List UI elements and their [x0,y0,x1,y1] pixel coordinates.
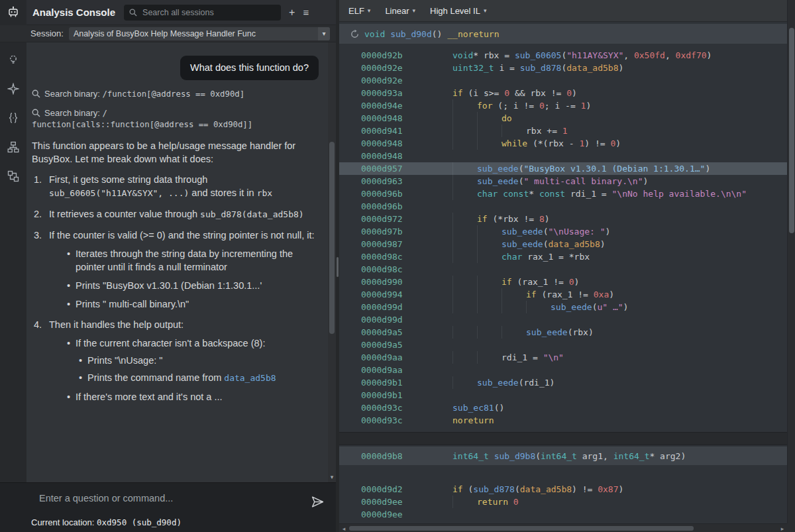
scroll-right-icon[interactable]: ▸ [778,524,787,532]
chat-area: What does this function do? Search binar… [26,42,336,482]
current-location: Current location: 0xd950 (sub_d90d) [31,517,182,527]
code-line[interactable]: 0000d97bsub_eede("\nUsage: ") [339,225,787,238]
bullet-item: •Prints " multi-call binary.\n" [66,297,323,311]
code-line[interactable]: 0000d92euint32_t i = sub_d878(data_ad5b8… [339,62,787,74]
code-line[interactable]: 0000d972if (*rbx != 8) [339,213,787,225]
code-line[interactable]: 0000d990if (rax_1 != 0) [339,276,787,288]
chevron-down-icon: ▾ [413,7,416,14]
code-line[interactable]: 0000d9a5sub_eede(rbx) [339,326,787,339]
code-line[interactable]: 0000d9aa [339,364,787,376]
braces-icon[interactable] [7,111,20,125]
code-line[interactable]: 0000d93cnoreturn [339,414,787,427]
code-line[interactable]: 0000d99dsub_eede(u" …") [339,301,787,313]
code-line[interactable]: 0000d9d2if (sub_d878(data_ad5b8) != 0x87… [339,483,787,496]
scroll-down-icon[interactable]: ▾ [328,473,336,481]
graph-icon[interactable] [7,170,20,183]
chat-scrollbar[interactable]: ▾ [328,42,336,482]
bullet-item: •Prints the command name from data_ad5b8 [78,371,323,385]
function-header[interactable]: void sub_d90d() __noreturn [339,24,787,44]
numbered-step: 4.Then it handles the help output:•If th… [32,318,323,403]
code-line[interactable]: 0000d9ee [339,508,787,521]
splitter-handle[interactable] [337,257,339,277]
code-line[interactable]: 0000d948 [339,150,787,162]
toolbar-dropdown-elf[interactable]: ELF▾ [348,6,370,16]
code-line[interactable]: 0000d93csub_ec81() [339,401,787,414]
bullet-item: •If there's more text and it's not a ... [66,390,323,403]
assistant-steps: 1.First, it gets some string data throug… [32,173,323,403]
code-line[interactable]: 0000d948do [339,112,787,125]
chat-input[interactable] [38,492,290,504]
code-line[interactable]: 0000d963sub_eede(" multi-call binary.\n"… [339,175,787,187]
search-input[interactable] [141,7,276,18]
tool-call[interactable]: Search binary: / function[calls::functio… [32,107,323,130]
code-line[interactable]: 0000d92bvoid* rbx = sub_60605("h11AY&SYX… [339,49,787,62]
assistant-message: This function appears to be a help/usage… [32,139,323,166]
scrollbar-corner [787,523,795,532]
function-separator [339,432,787,445]
code-line[interactable]: 0000d9b1sub_eede(rdi_1) [339,376,787,389]
linear-view: void sub_d90d() __noreturn0000d92bvoid* … [339,22,787,532]
code-line[interactable]: 0000d98c [339,263,787,276]
code-line[interactable]: 0000d957sub_eede("BusyBox v1.30.1 (Debia… [339,162,787,175]
bullet-item: •Iterates through the string data by inc… [66,247,323,274]
search-icon [129,9,137,17]
code-line[interactable]: 0000d93aif (i s>= 0 && rbx != 0) [339,87,787,99]
tool-sidebar [0,42,26,482]
scrollbar-thumb[interactable] [329,142,335,334]
bullet-item: •If the current character isn't a backsp… [66,337,323,385]
console-header: Analysis Console + ≡ [0,0,336,25]
code-line[interactable]: 0000d941rbx += 1 [339,125,787,137]
tool-call[interactable]: Search binary: /function[@address == 0xd… [32,88,323,99]
toolbar-dropdown-high-level-il[interactable]: High Level IL▾ [430,6,486,16]
numbered-step: 3.If the counter is valid (>= 0) and the… [32,229,323,311]
session-dropdown[interactable]: Analysis of BusyBox Help Message Handler… [69,27,330,40]
scroll-left-icon[interactable]: ◂ [339,524,348,532]
horizontal-scrollbar[interactable]: ◂ ▸ [339,523,787,532]
code-line[interactable]: 0000d96bchar const* const rdi_1 = "\nNo … [339,187,787,200]
chevron-down-icon[interactable]: ▾ [318,27,330,40]
hierarchy-icon[interactable] [7,140,20,154]
search-icon [32,89,40,98]
code-line[interactable]: 0000d92e [339,74,787,87]
code-line[interactable]: 0000d987sub_eede(data_ad5b8) [339,238,787,250]
chevron-down-icon: ▾ [484,7,487,14]
scrollbar-thumb[interactable] [349,526,694,531]
code-line[interactable]: 0000d948while (*(rbx - 1) != 0) [339,137,787,150]
page-title: Analysis Console [32,7,115,18]
code-line[interactable]: 0000d96b [339,200,787,213]
code-line[interactable]: 0000d9aardi_1 = "\n" [339,351,787,364]
function-header[interactable]: 0000d9b8int64_t sub_d9b8(int64_t arg1, i… [339,447,787,465]
binary-view-toolbar: ELF▾Linear▾High Level IL▾ [339,0,795,22]
session-search-box[interactable] [124,5,281,21]
lightbulb-icon[interactable] [7,53,20,66]
refresh-icon [350,29,360,39]
session-menu-button[interactable]: ≡ [303,7,309,18]
code-line[interactable]: 0000d99d [339,313,787,326]
code-line[interactable]: 0000d9b1 [339,389,787,401]
sparkle-icon[interactable] [7,82,20,95]
new-session-button[interactable]: + [289,7,295,18]
session-value: Analysis of BusyBox Help Message Handler… [69,29,318,38]
code-line[interactable]: 0000d9a5 [339,339,787,351]
numbered-step: 1.First, it gets some string data throug… [32,173,323,200]
session-label: Session: [30,28,64,38]
code-line[interactable]: 0000d94efor (; i != 0; i -= 1) [339,99,787,112]
app-logo-icon [0,0,26,25]
vertical-scrollbar[interactable] [787,0,795,523]
chat-stream: What does this function do? Search binar… [32,56,323,403]
code-line[interactable]: 0000d98cchar rax_1 = *rbx [339,250,787,263]
code-line[interactable] [339,470,787,483]
analysis-console-panel: Analysis Console + ≡ Session: Analysis o… [0,0,336,532]
symbol-link[interactable]: data_ad5b8 [224,373,276,383]
toolbar-dropdown-linear[interactable]: Linear▾ [385,6,415,16]
current-location-value: 0xd950 (sub_d90d) [97,517,182,527]
code-line[interactable]: 0000d9eereturn 0 [339,496,787,508]
search-icon [32,109,40,117]
chat-input-bar: Current location: 0xd950 (sub_d90d) [0,482,336,532]
scrollbar-thumb[interactable] [789,28,794,233]
session-bar: Session: Analysis of BusyBox Help Messag… [0,25,336,42]
code-line[interactable]: 0000d994if (rax_1 != 0xa) [339,288,787,301]
bullet-item: •Prints "\nUsage: " [78,354,323,367]
app-root: Analysis Console + ≡ Session: Analysis o… [0,0,795,532]
send-button[interactable] [309,494,325,509]
